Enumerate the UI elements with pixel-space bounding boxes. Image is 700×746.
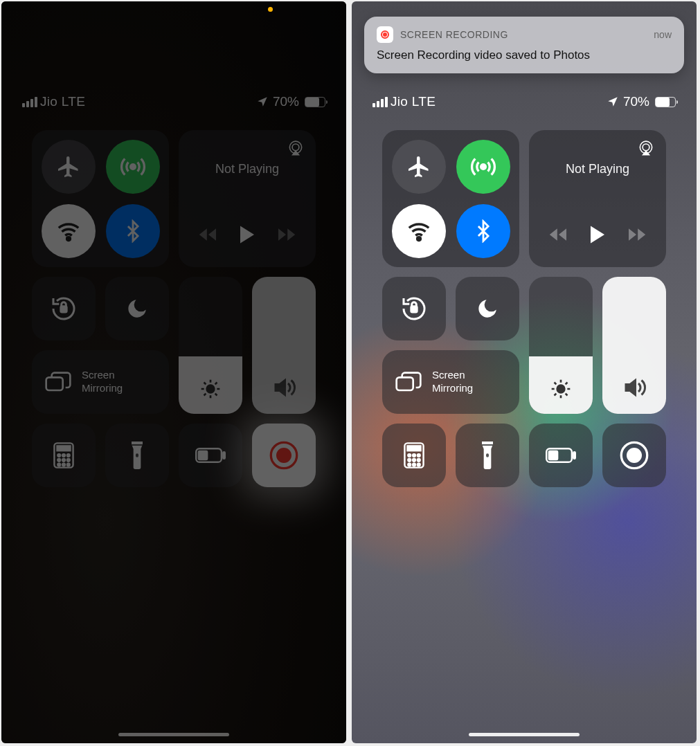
- svg-point-42: [418, 464, 420, 466]
- svg-point-37: [408, 459, 411, 462]
- connectivity-module[interactable]: [382, 130, 519, 267]
- svg-point-34: [408, 454, 411, 457]
- mirror-icon: [395, 370, 422, 394]
- svg-rect-46: [573, 452, 575, 459]
- privacy-indicator-dot: [268, 7, 273, 12]
- wifi-icon: [406, 218, 432, 244]
- screen-record-button[interactable]: [252, 424, 316, 487]
- moon-icon: [476, 297, 499, 320]
- airplane-icon: [56, 154, 81, 179]
- svg-point-12: [57, 459, 60, 462]
- airplane-icon: [406, 154, 431, 179]
- low-power-button[interactable]: [529, 424, 593, 487]
- connectivity-module[interactable]: [32, 130, 169, 267]
- bluetooth-toggle[interactable]: [106, 204, 160, 258]
- svg-point-17: [67, 464, 70, 466]
- volume-slider[interactable]: [252, 277, 316, 414]
- screen-mirroring-button[interactable]: Screen Mirroring: [32, 350, 169, 414]
- not-playing-label: Not Playing: [539, 162, 656, 176]
- svg-point-11: [67, 454, 70, 457]
- battery-icon: [655, 97, 676, 107]
- low-power-icon: [195, 447, 226, 464]
- cellular-toggle[interactable]: [106, 140, 160, 194]
- svg-point-10: [62, 454, 65, 457]
- svg-point-5: [207, 385, 215, 393]
- media-module[interactable]: Not Playing: [529, 130, 666, 267]
- bluetooth-toggle[interactable]: [456, 204, 510, 258]
- svg-rect-4: [61, 307, 66, 312]
- home-indicator[interactable]: [118, 733, 229, 736]
- play-icon[interactable]: [589, 224, 607, 245]
- wifi-icon: [55, 218, 82, 244]
- play-icon[interactable]: [238, 224, 256, 245]
- svg-rect-18: [136, 453, 138, 457]
- prev-track-icon[interactable]: [199, 227, 218, 242]
- status-bar: Jio LTE 70%: [1, 94, 346, 109]
- flashlight-button[interactable]: [105, 424, 169, 487]
- svg-rect-43: [486, 453, 489, 457]
- svg-rect-31: [397, 377, 413, 390]
- brightness-slider[interactable]: [529, 277, 593, 414]
- control-center: Not Playing: [382, 130, 666, 497]
- airplay-icon[interactable]: [637, 140, 655, 158]
- record-icon: [619, 440, 649, 471]
- svg-point-26: [417, 237, 420, 240]
- svg-point-1: [66, 237, 70, 240]
- svg-rect-22: [199, 451, 207, 460]
- svg-point-28: [643, 144, 649, 151]
- screen-record-button[interactable]: [602, 424, 666, 487]
- svg-point-3: [292, 144, 299, 151]
- signal-bars-icon: [373, 97, 388, 107]
- calculator-button[interactable]: [382, 424, 446, 487]
- airplay-icon[interactable]: [287, 140, 305, 158]
- screen-mirroring-button[interactable]: Screen Mirroring: [382, 350, 519, 414]
- svg-point-40: [408, 464, 411, 466]
- svg-point-35: [413, 454, 415, 457]
- svg-point-13: [62, 459, 65, 462]
- orientation-lock-icon: [50, 295, 78, 322]
- flashlight-icon: [480, 442, 495, 469]
- next-track-icon[interactable]: [627, 227, 646, 242]
- svg-point-14: [67, 459, 70, 462]
- svg-point-16: [62, 464, 65, 466]
- calculator-icon: [404, 442, 424, 468]
- wifi-toggle[interactable]: [392, 204, 446, 258]
- notification-banner[interactable]: SCREEN RECORDING now Screen Recording vi…: [364, 17, 684, 73]
- mirror-label: Screen Mirroring: [432, 369, 473, 395]
- airplane-toggle[interactable]: [392, 140, 446, 194]
- svg-rect-29: [411, 307, 417, 312]
- svg-rect-6: [46, 377, 63, 390]
- location-icon: [256, 95, 269, 108]
- svg-point-9: [57, 454, 60, 457]
- svg-rect-47: [549, 451, 557, 460]
- flashlight-icon: [129, 442, 145, 469]
- orientation-lock-toggle[interactable]: [32, 277, 96, 340]
- orientation-lock-toggle[interactable]: [382, 277, 446, 340]
- svg-rect-44: [482, 444, 493, 446]
- volume-slider[interactable]: [602, 277, 666, 414]
- next-track-icon[interactable]: [276, 227, 296, 242]
- calculator-button[interactable]: [32, 424, 96, 487]
- prev-track-icon[interactable]: [549, 227, 568, 242]
- svg-point-30: [557, 385, 565, 393]
- orientation-lock-icon: [400, 295, 428, 322]
- airplane-toggle[interactable]: [42, 140, 96, 194]
- home-indicator[interactable]: [469, 733, 580, 736]
- dnd-toggle[interactable]: [456, 277, 519, 340]
- cellular-toggle[interactable]: [456, 140, 510, 194]
- mirror-icon: [44, 370, 72, 394]
- calculator-icon: [53, 442, 74, 468]
- dnd-toggle[interactable]: [105, 277, 169, 340]
- moon-icon: [125, 297, 149, 320]
- media-module[interactable]: Not Playing: [179, 130, 316, 267]
- svg-point-0: [130, 164, 135, 169]
- svg-point-15: [57, 464, 60, 466]
- volume-icon: [271, 375, 296, 400]
- wifi-toggle[interactable]: [42, 204, 96, 258]
- phone-right: SCREEN RECORDING now Screen Recording vi…: [352, 1, 697, 743]
- location-icon: [607, 95, 619, 108]
- brightness-slider[interactable]: [179, 277, 242, 414]
- svg-point-38: [413, 459, 415, 462]
- flashlight-button[interactable]: [456, 424, 519, 487]
- low-power-button[interactable]: [179, 424, 242, 487]
